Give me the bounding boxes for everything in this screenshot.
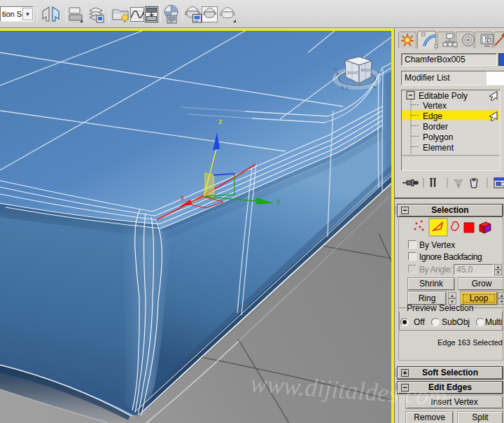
- svg-text:Element: Element: [423, 143, 454, 153]
- svg-text:x: x: [181, 194, 184, 202]
- svg-text:N: N: [341, 85, 344, 90]
- svg-text:RIGHT: RIGHT: [347, 71, 358, 75]
- svg-text:Editable Poly: Editable Poly: [419, 91, 468, 101]
- svg-text:Polygon: Polygon: [423, 132, 453, 142]
- svg-text:y: y: [276, 197, 281, 205]
- svg-text:Border: Border: [423, 122, 448, 132]
- svg-text:BACK: BACK: [361, 68, 371, 72]
- svg-text:Vertex: Vertex: [423, 101, 447, 111]
- svg-text:E: E: [336, 71, 339, 76]
- svg-text:z: z: [218, 117, 223, 125]
- svg-text:Edge: Edge: [423, 111, 442, 121]
